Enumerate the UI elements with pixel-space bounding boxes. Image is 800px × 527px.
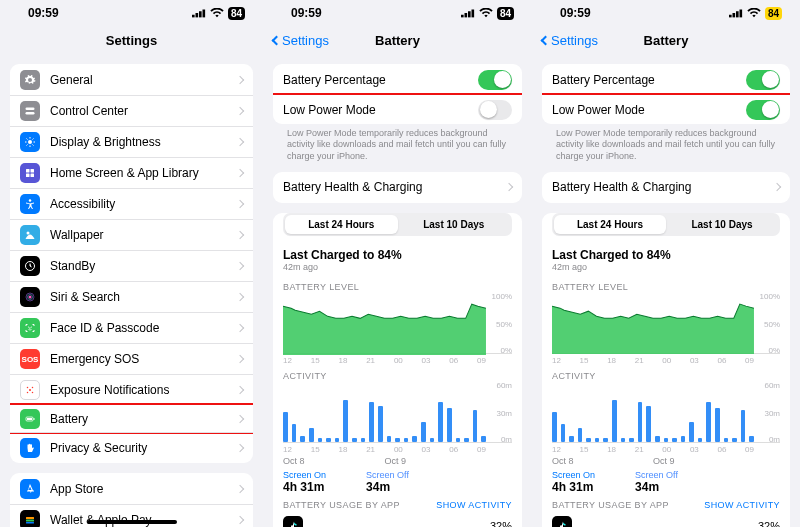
toggles-group: Battery Percentage Low Power Mode — [273, 64, 522, 124]
usage-by-app-header: BATTERY USAGE BY APP — [283, 500, 400, 510]
row-emergency-sos[interactable]: SOS Emergency SOS — [10, 343, 253, 374]
seg-last-24-hours[interactable]: Last 24 Hours — [285, 215, 398, 234]
battery-level-header: BATTERY LEVEL — [552, 282, 628, 292]
app-row-tiktok[interactable]: 32% — [542, 512, 790, 527]
row-battery-health[interactable]: Battery Health & Charging — [542, 172, 790, 203]
svg-rect-3 — [202, 10, 205, 18]
row-label: Exposure Notifications — [50, 383, 237, 397]
settings-group-1: General Control Center Display & Brightn… — [10, 64, 253, 463]
time-range-segmented[interactable]: Last 24 Hours Last 10 Days — [283, 213, 512, 236]
screen-off-value: 34m — [366, 480, 409, 494]
row-battery-percentage[interactable]: Battery Percentage — [273, 64, 522, 95]
low-power-mode-description: Low Power Mode temporarily reduces backg… — [542, 124, 790, 162]
row-label: Face ID & Passcode — [50, 321, 237, 335]
row-control-center[interactable]: Control Center — [10, 95, 253, 126]
svg-point-20 — [27, 232, 30, 235]
chevron-left-icon — [272, 35, 282, 45]
toggle-low-power-mode[interactable] — [478, 100, 512, 120]
svg-rect-4 — [26, 108, 35, 111]
battery-level-header: BATTERY LEVEL — [283, 282, 359, 292]
chevron-right-icon — [236, 200, 244, 208]
exposure-icon — [20, 380, 40, 400]
chevron-right-icon — [236, 262, 244, 270]
svg-rect-2 — [199, 11, 202, 17]
back-button[interactable]: Settings — [273, 33, 329, 48]
row-label: Low Power Mode — [552, 103, 746, 117]
svg-rect-1 — [195, 13, 198, 17]
status-time: 09:59 — [560, 6, 591, 20]
row-home-screen[interactable]: Home Screen & App Library — [10, 157, 253, 188]
app-row-tiktok[interactable]: 32% — [273, 512, 522, 527]
svg-rect-5 — [26, 112, 35, 115]
row-face-id[interactable]: Face ID & Passcode — [10, 312, 253, 343]
svg-point-27 — [29, 389, 31, 391]
settings-group-2: App Store Wallet & Apple Pay — [10, 473, 253, 527]
battery-usage-card: Last 24 Hours Last 10 Days Last Charged … — [273, 213, 522, 527]
battery-icon — [20, 409, 40, 429]
last-charged-subtitle: 42m ago — [542, 262, 790, 276]
svg-rect-37 — [26, 522, 34, 524]
back-button[interactable]: Settings — [542, 33, 598, 48]
battery-icon: 84 — [228, 7, 245, 20]
row-label: Privacy & Security — [50, 441, 237, 455]
row-low-power-mode[interactable]: Low Power Mode — [542, 93, 790, 124]
row-label: Wallpaper — [50, 228, 237, 242]
activity-chart: 60m 30m 0m — [283, 383, 512, 443]
row-general[interactable]: General — [10, 64, 253, 95]
row-app-store[interactable]: App Store — [10, 473, 253, 504]
row-label: Accessibility — [50, 197, 237, 211]
home-indicator[interactable] — [87, 520, 177, 524]
show-activity-link[interactable]: SHOW ACTIVITY — [704, 500, 780, 510]
back-label: Settings — [551, 33, 598, 48]
screen-on-label: Screen On — [552, 470, 595, 480]
appstore-icon — [20, 479, 40, 499]
cellular-icon — [192, 8, 206, 18]
row-battery-health[interactable]: Battery Health & Charging — [273, 172, 522, 203]
row-label: Emergency SOS — [50, 352, 237, 366]
nav-bar: Settings Battery — [263, 26, 532, 54]
page-title: Battery — [375, 33, 420, 48]
row-wallpaper[interactable]: Wallpaper — [10, 219, 253, 250]
row-privacy-security[interactable]: Privacy & Security — [10, 432, 253, 463]
chevron-right-icon — [236, 355, 244, 363]
row-battery[interactable]: Battery — [10, 403, 253, 434]
row-label: Battery — [50, 412, 237, 426]
accessibility-icon — [20, 194, 40, 214]
toggles-group: Battery Percentage Low Power Mode — [542, 64, 790, 124]
screen-off-label: Screen Off — [366, 470, 409, 480]
row-battery-percentage[interactable]: Battery Percentage — [542, 64, 790, 95]
row-exposure-notifications[interactable]: Exposure Notifications — [10, 374, 253, 405]
svg-line-13 — [27, 145, 28, 146]
row-accessibility[interactable]: Accessibility — [10, 188, 253, 219]
cellular-icon — [729, 8, 743, 18]
row-label: App Store — [50, 482, 237, 496]
chevron-right-icon — [236, 324, 244, 332]
row-low-power-mode[interactable]: Low Power Mode — [273, 93, 522, 124]
row-standby[interactable]: StandBy — [10, 250, 253, 281]
last-charged-title: Last Charged to 84% — [273, 242, 522, 262]
svg-line-12 — [33, 145, 34, 146]
usage-by-app-header: BATTERY USAGE BY APP — [552, 500, 669, 510]
row-label: Battery Percentage — [552, 73, 746, 87]
toggle-battery-percentage[interactable] — [478, 70, 512, 90]
svg-rect-43 — [471, 10, 474, 18]
wifi-icon — [210, 8, 224, 18]
row-label: Battery Health & Charging — [552, 180, 774, 194]
svg-rect-15 — [26, 169, 30, 173]
row-siri-search[interactable]: Siri & Search — [10, 281, 253, 312]
activity-bars — [283, 383, 486, 442]
seg-last-10-days[interactable]: Last 10 Days — [398, 215, 511, 234]
time-range-segmented[interactable]: Last 24 Hours Last 10 Days — [552, 213, 780, 236]
cellular-icon — [461, 8, 475, 18]
svg-point-31 — [32, 392, 34, 394]
toggle-battery-percentage[interactable] — [746, 70, 780, 90]
chevron-right-icon — [236, 138, 244, 146]
show-activity-link[interactable]: SHOW ACTIVITY — [436, 500, 512, 510]
back-label: Settings — [282, 33, 329, 48]
seg-last-24-hours[interactable]: Last 24 Hours — [554, 215, 666, 234]
nav-bar: Settings — [0, 26, 263, 54]
toggle-low-power-mode[interactable] — [746, 100, 780, 120]
row-display-brightness[interactable]: Display & Brightness — [10, 126, 253, 157]
low-power-mode-description: Low Power Mode temporarily reduces backg… — [273, 124, 522, 162]
seg-last-10-days[interactable]: Last 10 Days — [666, 215, 778, 234]
